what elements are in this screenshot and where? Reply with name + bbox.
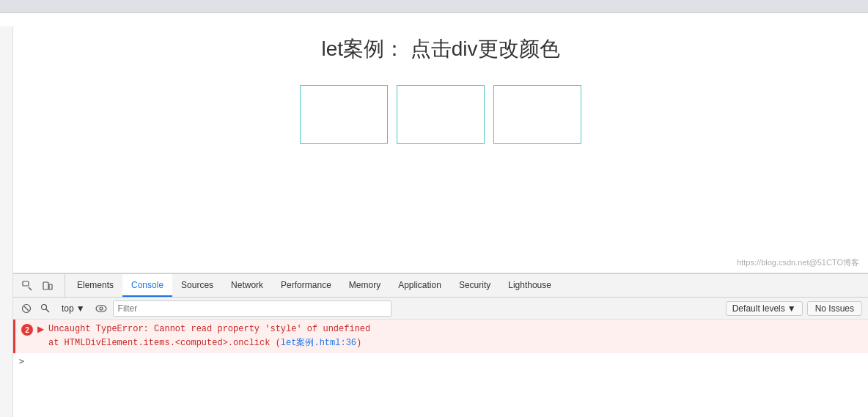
boxes-container <box>300 85 581 144</box>
tab-application[interactable]: Application <box>389 274 450 297</box>
inspect-element-icon[interactable] <box>19 278 35 294</box>
console-prompt-icon[interactable]: > <box>19 356 24 366</box>
devtools-panel: Elements Console Sources Network Perform… <box>13 273 868 417</box>
tab-network[interactable]: Network <box>222 274 272 297</box>
devtools-icon-buttons <box>19 274 65 297</box>
left-sidebar <box>0 26 13 417</box>
clear-console-icon[interactable] <box>19 301 34 316</box>
tab-security[interactable]: Security <box>450 274 499 297</box>
error-source-link[interactable]: let案例.html:36 <box>281 338 356 348</box>
no-issues-button[interactable]: No Issues <box>807 301 862 316</box>
devtools-tab-bar: Elements Console Sources Network Perform… <box>13 274 868 298</box>
svg-rect-0 <box>23 281 29 286</box>
device-toggle-icon[interactable] <box>40 278 56 294</box>
console-output: 2 ▶ Uncaught TypeError: Cannot read prop… <box>13 320 868 417</box>
filter-icon[interactable] <box>38 301 53 316</box>
error-expand-icon[interactable]: ▶ <box>37 324 44 334</box>
svg-rect-2 <box>43 282 48 289</box>
svg-line-5 <box>24 306 29 311</box>
context-selector[interactable]: top ▼ <box>57 302 89 315</box>
tab-lighthouse[interactable]: Lighthouse <box>499 274 560 297</box>
eager-eval-icon[interactable] <box>94 301 108 316</box>
svg-line-7 <box>46 309 50 312</box>
error-message: Uncaught TypeError: Cannot read property… <box>48 322 370 350</box>
color-box-3[interactable] <box>493 85 581 144</box>
error-count-badge: 2 <box>21 324 33 336</box>
color-box-2[interactable] <box>397 85 485 144</box>
svg-point-8 <box>96 305 106 311</box>
svg-point-9 <box>100 307 103 310</box>
page-title: let案例： 点击div更改颜色 <box>321 35 559 63</box>
svg-line-1 <box>29 287 32 290</box>
page-content: let案例： 点击div更改颜色 https://blog.csdn.net@5… <box>13 13 868 273</box>
tab-elements[interactable]: Elements <box>68 274 122 297</box>
color-box-1[interactable] <box>300 85 388 144</box>
console-prompt-row: > <box>13 353 868 369</box>
watermark: https://blog.csdn.net@51CTO博客 <box>737 257 859 268</box>
svg-rect-3 <box>49 284 52 289</box>
default-levels-button[interactable]: Default levels ▼ <box>726 301 803 316</box>
tab-memory[interactable]: Memory <box>340 274 389 297</box>
tab-sources[interactable]: Sources <box>172 274 222 297</box>
tab-performance[interactable]: Performance <box>272 274 340 297</box>
console-error-row: 2 ▶ Uncaught TypeError: Cannot read prop… <box>13 320 868 353</box>
tab-console[interactable]: Console <box>122 274 172 297</box>
console-filter-input[interactable] <box>113 300 391 317</box>
devtools-toolbar: top ▼ Default levels ▼ No Issues <box>13 298 868 320</box>
browser-top-bar <box>0 0 868 13</box>
svg-point-6 <box>42 304 47 309</box>
